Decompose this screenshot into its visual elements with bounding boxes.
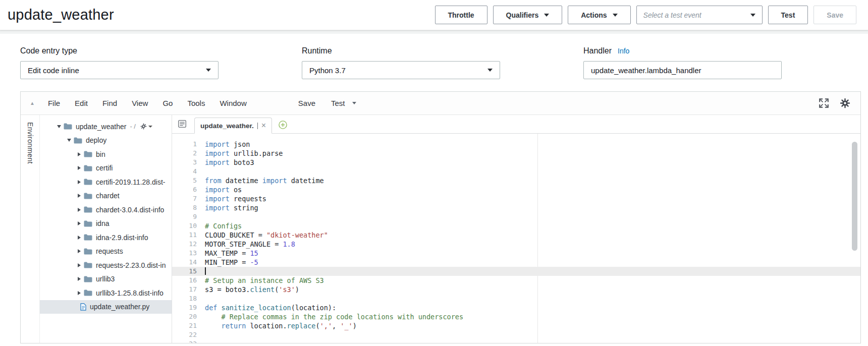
folder-icon [84, 290, 92, 296]
tab-title: update_weather. [200, 122, 254, 130]
disclosure-arrow-icon[interactable] [75, 221, 83, 225]
tab-list-icon[interactable] [178, 120, 186, 128]
line-number: 10 [172, 221, 200, 230]
qualifiers-button[interactable]: Qualifiers [493, 6, 563, 24]
code-line[interactable]: 14MIN_TEMP = -5 [172, 258, 860, 267]
runtime-group: Runtime Python 3.7 [302, 46, 583, 79]
disclosure-arrow-icon[interactable] [55, 125, 63, 128]
code-line[interactable]: 1import json [172, 140, 860, 149]
collapse-editor-icon[interactable]: ▲ [30, 100, 35, 106]
project-settings-gear-icon[interactable] [140, 123, 152, 130]
tree-item-idna-2-9-dist-info[interactable]: idna-2.9.dist-info [40, 230, 172, 245]
disclosure-arrow-icon[interactable] [75, 208, 83, 212]
tree-item-urllib3-1-25-8-dist-info[interactable]: urllib3-1.25.8.dist-info [40, 286, 172, 300]
code-line[interactable]: 13MAX_TEMP = 15 [172, 249, 860, 258]
line-number: 8 [172, 203, 200, 212]
code-line[interactable]: 21 return location.replace(',', '_') [172, 321, 860, 330]
throttle-button[interactable]: Throttle [435, 6, 487, 24]
tree-item-deploy[interactable]: deploy [40, 134, 172, 148]
tree-item-certifi-2019-11-28-dist-[interactable]: certifi-2019.11.28.dist- [40, 175, 172, 189]
disclosure-arrow-icon[interactable] [75, 166, 83, 170]
code-line[interactable]: 11CLOUD_BUCKET = "dkiot-weather" [172, 230, 860, 240]
editor-tab-update-weather[interactable]: update_weather. × [194, 118, 272, 134]
tree-item-label: requests-2.23.0.dist-in [96, 261, 166, 269]
handler-input[interactable] [583, 61, 782, 79]
disclosure-arrow-icon[interactable] [75, 249, 83, 253]
code-line[interactable]: 9 [172, 212, 860, 221]
new-tab-icon[interactable] [279, 121, 287, 129]
ide-body: Environment update_weather- /deploybince… [21, 115, 860, 343]
disclosure-arrow-icon[interactable] [75, 152, 83, 156]
runtime-select[interactable]: Python 3.7 [302, 61, 500, 79]
code-line-text: MOTOR_STEP_ANGLE = 1.8 [200, 240, 295, 249]
editor-scrollbar-thumb[interactable] [852, 142, 857, 251]
disclosure-arrow-icon[interactable] [75, 263, 83, 267]
tree-item-requests[interactable]: requests [40, 245, 172, 259]
editor-pane: update_weather. × 1import json2import ur… [172, 115, 860, 343]
tree-item-urllib3[interactable]: urllib3 [40, 272, 172, 286]
code-line-text: import urllib.parse [200, 149, 283, 158]
code-entry-type-select[interactable]: Edit code inline [20, 61, 219, 79]
code-line[interactable]: 7import requests [172, 194, 860, 203]
code-line[interactable]: 23 [172, 339, 860, 343]
fullscreen-icon[interactable] [819, 98, 829, 108]
menu-window[interactable]: Window [220, 99, 246, 107]
tree-item-update-weather-py[interactable]: update_weather.py [40, 300, 172, 314]
python-file-icon [80, 303, 86, 311]
ide-save-button[interactable]: Save [298, 99, 315, 107]
actions-button[interactable]: Actions [568, 6, 630, 24]
tree-item-chardet[interactable]: chardet [40, 189, 172, 203]
test-dropdown-caret-icon[interactable] [352, 102, 356, 104]
disclosure-arrow-icon[interactable] [75, 291, 83, 295]
tree-item-certifi[interactable]: certifi [40, 161, 172, 176]
header-divider [0, 30, 868, 34]
disclosure-arrow-icon[interactable] [65, 139, 73, 142]
code-line[interactable]: 17s3 = boto3.client('s3') [172, 285, 860, 294]
menu-find[interactable]: Find [102, 99, 117, 107]
qualifiers-label: Qualifiers [506, 11, 539, 19]
save-button[interactable]: Save [813, 6, 856, 24]
tree-item-bin[interactable]: bin [40, 147, 172, 161]
code-line[interactable]: 16# Setup an instance of AWS S3 [172, 276, 860, 285]
code-area[interactable]: 1import json2import urllib.parse3import … [172, 134, 860, 343]
environment-tab[interactable]: Environment [26, 122, 34, 343]
disclosure-arrow-icon[interactable] [75, 180, 83, 184]
settings-gear-icon[interactable] [840, 98, 850, 108]
code-line-text: CLOUD_BUCKET = "dkiot-weather" [200, 230, 328, 240]
code-line[interactable]: 8import string [172, 203, 860, 212]
handler-info-link[interactable]: Info [618, 47, 629, 55]
code-line[interactable]: 3import boto3 [172, 158, 860, 167]
line-number: 22 [172, 330, 200, 339]
code-line[interactable]: 22 [172, 330, 860, 339]
line-number: 19 [172, 303, 200, 312]
code-line[interactable]: 4 [172, 167, 860, 176]
ide-test-button[interactable]: Test [331, 99, 356, 107]
line-number: 2 [172, 149, 200, 158]
code-line[interactable]: 19def sanitize_location(location): [172, 303, 860, 312]
tree-item-chardet-3-0-4-dist-info[interactable]: chardet-3.0.4.dist-info [40, 203, 172, 217]
code-line[interactable]: 10# Configs [172, 221, 860, 230]
menu-edit[interactable]: Edit [75, 99, 88, 107]
code-line[interactable]: 2import urllib.parse [172, 149, 860, 158]
disclosure-arrow-icon[interactable] [75, 236, 83, 240]
menu-file[interactable]: File [48, 99, 60, 107]
tree-item-label: update_weather.py [90, 303, 149, 311]
menu-view[interactable]: View [132, 99, 148, 107]
menu-tools[interactable]: Tools [187, 99, 205, 107]
tree-item-update-weather[interactable]: update_weather- / [40, 120, 172, 134]
tree-item-label: chardet [96, 192, 120, 200]
tree-item-requests-2-23-0-dist-in[interactable]: requests-2.23.0.dist-in [40, 258, 172, 272]
test-button[interactable]: Test [768, 6, 808, 24]
disclosure-arrow-icon[interactable] [75, 277, 83, 281]
menu-go[interactable]: Go [162, 99, 173, 107]
code-line[interactable]: 12MOTOR_STEP_ANGLE = 1.8 [172, 240, 860, 249]
disclosure-arrow-icon[interactable] [75, 194, 83, 198]
code-line[interactable]: 18 [172, 294, 860, 303]
tab-close-icon[interactable]: × [261, 122, 266, 130]
code-line[interactable]: 20 # Replace commas in the zip code loca… [172, 312, 860, 321]
code-line[interactable]: 5from datetime import datetime [172, 176, 860, 185]
code-line[interactable]: 6import os [172, 185, 860, 194]
tree-item-idna[interactable]: idna [40, 217, 172, 231]
code-line[interactable]: 15 [172, 267, 860, 276]
test-event-select[interactable]: Select a test event [636, 6, 763, 24]
